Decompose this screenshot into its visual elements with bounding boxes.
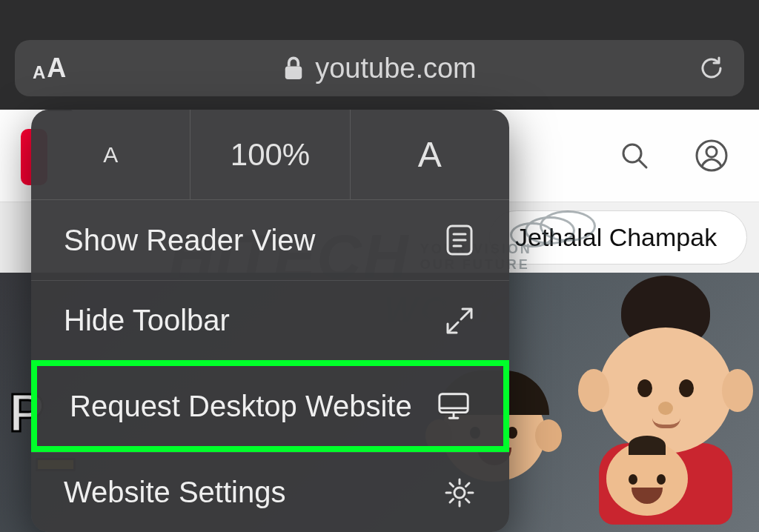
url-pill[interactable]: AA youtube.com (15, 40, 744, 96)
svg-rect-0 (285, 67, 302, 80)
svg-line-9 (461, 310, 470, 319)
zoom-out-button[interactable]: A (31, 110, 190, 199)
menu-hide-toolbar[interactable]: Hide Toolbar (31, 280, 509, 360)
safari-address-bar: AA youtube.com (0, 0, 759, 110)
expand-icon (443, 304, 477, 338)
gear-icon (443, 476, 477, 510)
menu-item-label: Show Reader View (64, 224, 315, 257)
svg-line-21 (466, 499, 470, 502)
thumbnail-figure (606, 442, 688, 516)
svg-rect-11 (440, 394, 468, 413)
menu-show-reader-view[interactable]: Show Reader View (31, 200, 509, 280)
reader-icon (443, 223, 477, 257)
search-icon[interactable] (617, 138, 652, 173)
zoom-in-button[interactable]: A (351, 110, 509, 199)
zoom-row: A 100% A (31, 110, 509, 200)
menu-item-label: Website Settings (64, 476, 285, 509)
svg-point-4 (706, 147, 717, 157)
desktop-icon (437, 389, 471, 423)
svg-line-23 (450, 499, 454, 502)
reload-button[interactable] (697, 53, 726, 83)
menu-website-settings[interactable]: Website Settings (31, 452, 509, 532)
chip-item[interactable]: Jethalal Champak (489, 210, 747, 265)
svg-line-10 (449, 322, 458, 331)
menu-item-label: Request Desktop Website (70, 390, 412, 423)
lock-icon (282, 55, 305, 82)
url-domain: youtube.com (315, 53, 477, 84)
menu-item-label: Hide Toolbar (64, 304, 230, 337)
svg-line-20 (450, 483, 454, 487)
aa-button[interactable]: AA (33, 55, 66, 82)
svg-line-22 (466, 483, 470, 487)
menu-request-desktop-website[interactable]: Request Desktop Website (31, 360, 509, 452)
account-icon[interactable] (694, 138, 729, 173)
svg-point-15 (454, 488, 465, 498)
aa-menu-popup: A 100% A Show Reader View Hide Toolbar (31, 110, 509, 532)
svg-line-2 (639, 160, 646, 167)
zoom-level: 100% (190, 110, 350, 199)
